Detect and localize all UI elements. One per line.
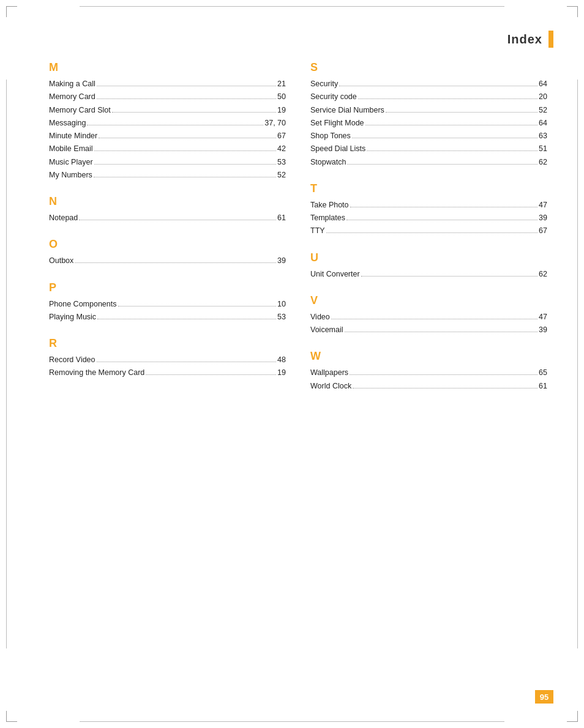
entry-name: Unit Converter [310,268,360,281]
entry-page: 51 [539,143,547,155]
entry-page: 62 [539,156,547,169]
list-item: Memory Card50 [49,91,286,103]
section-letter-s: S [310,61,547,74]
entry-name: Record Video [49,354,95,366]
entry-dots [350,374,537,375]
entry-dots [347,164,537,165]
section-u: UUnit Converter62 [310,251,547,281]
entry-dots [146,374,276,375]
section-letter-u: U [310,251,547,264]
entry-name: Set Flight Mode [310,117,364,130]
entry-name: My Numbers [49,169,92,182]
entry-dots [94,177,276,177]
entry-dots [112,112,276,113]
entry-name: Playing Music [49,311,96,324]
list-item: Templates39 [310,212,547,225]
section-w: WWallpapers65World Clock61 [310,350,547,393]
entry-page: 39 [539,324,547,336]
list-item: Memory Card Slot19 [49,104,286,117]
list-item: Video47 [310,311,547,324]
entry-page: 64 [539,117,547,130]
section-letter-m: M [49,61,286,74]
column-1: SSecurity64Security code20Service Dial N… [310,61,547,679]
list-item: Record Video48 [49,354,286,366]
list-item: Voicemail39 [310,324,547,336]
entry-name: Stopwatch [310,156,346,169]
entry-dots [358,98,537,99]
entry-page: 64 [539,78,547,91]
list-item: Outbox39 [49,254,286,267]
entry-dots [353,388,537,388]
list-item: Speed Dial Lists51 [310,143,547,155]
page-number: 95 [535,690,553,704]
section-s: SSecurity64Security code20Service Dial N… [310,61,547,169]
list-item: Take Photo47 [310,199,547,212]
list-item: World Clock61 [310,380,547,393]
entry-name: Notepad [49,212,78,225]
entry-page: 61 [539,380,547,393]
entry-name: Memory Card [49,91,95,103]
list-item: Playing Music53 [49,311,286,324]
entry-dots [386,112,537,113]
corner-mark-tl [6,6,17,17]
list-item: Music Player53 [49,156,286,169]
section-letter-r: R [49,337,286,350]
list-item: Shop Tones63 [310,130,547,143]
entry-page: 67 [277,130,286,143]
list-item: Unit Converter62 [310,268,547,281]
section-o: OOutbox39 [49,238,286,267]
entry-dots [97,86,276,86]
entry-name: Outbox [49,254,73,267]
entry-name: TTY [310,225,325,237]
entry-page: 39 [277,254,286,267]
entry-page: 65 [539,366,547,379]
section-v: VVideo47Voicemail39 [310,294,547,337]
entry-dots [75,262,276,263]
entry-name: Messaging [49,117,86,130]
entry-dots [94,150,277,151]
entry-name: Voicemail [310,324,343,336]
entry-dots [87,125,263,125]
entry-name: Making a Call [49,78,95,91]
list-item: Messaging37, 70 [49,117,286,130]
section-t: TTake Photo47Templates39TTY67 [310,182,547,238]
entry-page: 10 [277,298,286,311]
list-item: Notepad61 [49,212,286,225]
entry-name: Wallpapers [310,366,348,379]
entry-name: Security [310,78,338,91]
entry-dots [331,319,537,319]
entry-page: 53 [277,311,286,324]
entry-page: 61 [277,212,286,225]
edge-right [577,80,578,648]
header: Index [507,31,553,48]
entry-dots [367,150,537,151]
entry-page: 50 [277,91,286,103]
list-item: Phone Components10 [49,298,286,311]
entry-dots [94,164,277,165]
edge-left [6,80,7,648]
section-letter-p: P [49,281,286,294]
corner-mark-bl [6,711,17,722]
entry-page: 63 [539,130,547,143]
header-accent-bar [548,31,553,48]
entry-page: 20 [539,91,547,103]
list-item: Stopwatch62 [310,156,547,169]
entry-page: 67 [539,225,547,237]
list-item: My Numbers52 [49,169,286,182]
entry-page: 37, 70 [264,117,286,130]
entry-dots [352,138,537,138]
list-item: Set Flight Mode64 [310,117,547,130]
entry-dots [350,207,538,207]
section-m: MMaking a Call21Memory Card50Memory Card… [49,61,286,182]
section-letter-w: W [310,350,547,363]
section-letter-o: O [49,238,286,251]
entry-name: Minute Minder [49,130,97,143]
entry-name: Mobile Email [49,143,93,155]
entry-page: 21 [277,78,286,91]
entry-page: 62 [539,268,547,281]
list-item: Removing the Memory Card19 [49,366,286,379]
entry-name: Video [310,311,330,324]
entry-dots [346,220,537,220]
entry-dots [365,125,538,125]
entry-name: Removing the Memory Card [49,366,144,379]
